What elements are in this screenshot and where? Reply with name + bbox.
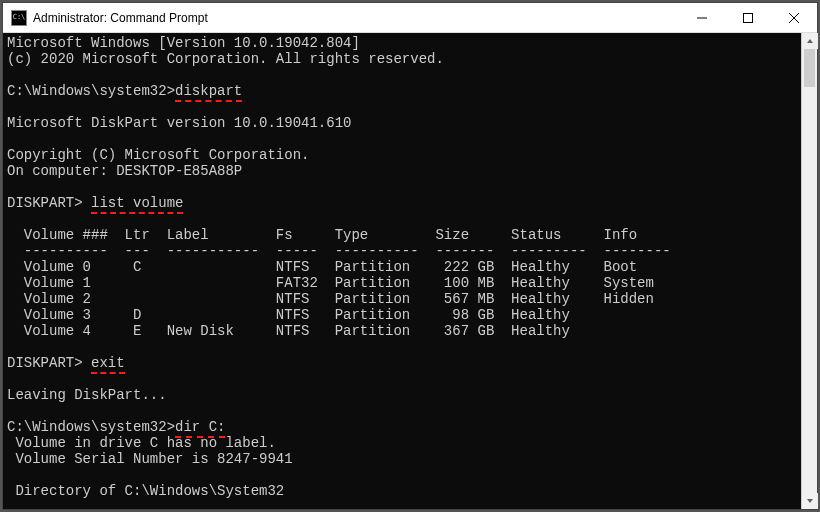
- line-dir-label: Volume in drive C has no label.: [7, 435, 797, 451]
- line-dp-version: Microsoft DiskPart version 10.0.19041.61…: [7, 115, 797, 131]
- maximize-button[interactable]: [725, 3, 771, 33]
- terminal-output[interactable]: Microsoft Windows [Version 10.0.19042.80…: [3, 33, 801, 509]
- table-row: Volume 2 NTFS Partition 567 MB Healthy H…: [7, 291, 797, 307]
- vertical-scrollbar[interactable]: [801, 33, 817, 509]
- cmd-exit: exit: [91, 355, 125, 374]
- command-prompt-window: Administrator: Command Prompt Microsoft …: [2, 2, 818, 510]
- cmd-icon: [11, 10, 27, 26]
- close-button[interactable]: [771, 3, 817, 33]
- table-row: Volume 3 D NTFS Partition 98 GB Healthy: [7, 307, 797, 323]
- line-version: Microsoft Windows [Version 10.0.19042.80…: [7, 35, 797, 51]
- table-row: Volume 0 C NTFS Partition 222 GB Healthy…: [7, 259, 797, 275]
- diskpart-prompt: DISKPART>: [7, 355, 91, 371]
- scrollbar-track[interactable]: [802, 49, 817, 493]
- line-on-computer: On computer: DESKTOP-E85A88P: [7, 163, 797, 179]
- prompt: C:\Windows\system32>: [7, 83, 175, 99]
- line-dir-of: Directory of C:\Windows\System32: [7, 483, 797, 499]
- svg-marker-5: [807, 499, 813, 503]
- svg-rect-1: [744, 13, 753, 22]
- scroll-up-icon[interactable]: [802, 33, 818, 49]
- title-bar[interactable]: Administrator: Command Prompt: [3, 3, 817, 33]
- diskpart-prompt: DISKPART>: [7, 195, 91, 211]
- window-title: Administrator: Command Prompt: [33, 11, 208, 25]
- scroll-down-icon[interactable]: [802, 493, 818, 509]
- line-dp-copyright: Copyright (C) Microsoft Corporation.: [7, 147, 797, 163]
- line-copyright: (c) 2020 Microsoft Corporation. All righ…: [7, 51, 797, 67]
- line-leaving: Leaving DiskPart...: [7, 387, 797, 403]
- prompt: C:\Windows\system32>: [7, 419, 175, 435]
- minimize-button[interactable]: [679, 3, 725, 33]
- table-header: Volume ### Ltr Label Fs Type Size Status…: [7, 227, 797, 243]
- cmd-diskpart: diskpart: [175, 83, 242, 102]
- table-row: Volume 1 FAT32 Partition 100 MB Healthy …: [7, 275, 797, 291]
- line-dir-serial: Volume Serial Number is 8247-9941: [7, 451, 797, 467]
- svg-marker-4: [807, 39, 813, 43]
- table-header-separator: ---------- --- ----------- ----- -------…: [7, 243, 797, 259]
- table-row: Volume 4 E New Disk NTFS Partition 367 G…: [7, 323, 797, 339]
- scrollbar-thumb[interactable]: [804, 49, 815, 87]
- cmd-list-volume: list volume: [91, 195, 183, 214]
